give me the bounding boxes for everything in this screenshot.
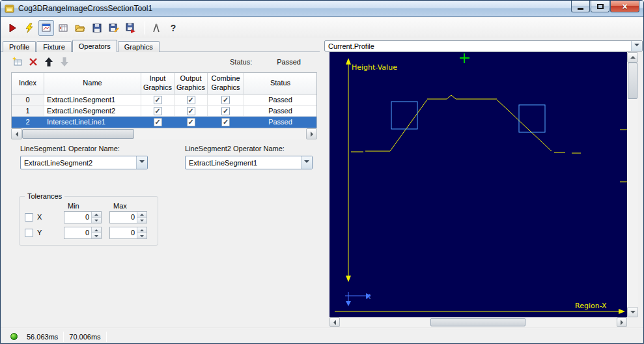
move-up-button[interactable] [42, 55, 55, 68]
max-label: Max [113, 202, 127, 210]
chevron-down-icon[interactable] [136, 156, 147, 169]
spin-up-icon[interactable] [137, 227, 147, 233]
y-max-value: 0 [110, 227, 137, 238]
scroll-left-button[interactable] [329, 317, 340, 327]
display-horizontal-scrollbar[interactable] [329, 317, 627, 327]
column-header-status[interactable]: Status [244, 73, 316, 94]
status-value: Passed [277, 58, 301, 66]
minimize-button[interactable] [571, 1, 590, 12]
move-down-button[interactable] [58, 55, 71, 68]
tab-label: Profile [9, 43, 29, 51]
scrollbar-thumb[interactable] [430, 318, 525, 326]
x-min-value: 0 [64, 212, 91, 223]
spin-up-icon[interactable] [92, 212, 101, 218]
table-row[interactable]: 0 ExtractLineSegment1 Passed [12, 94, 316, 106]
x-max-spin-buttons[interactable] [137, 212, 147, 223]
output-graphics-checkbox[interactable] [187, 107, 195, 115]
delete-operator-button[interactable] [27, 55, 40, 68]
column-header-combine-graphics[interactable]: Combine Graphics [208, 73, 244, 94]
add-operator-button[interactable] [11, 55, 24, 68]
y-max-spinner[interactable]: 0 [109, 227, 147, 239]
status-label: Status: [230, 58, 252, 66]
output-graphics-checkbox[interactable] [187, 96, 195, 104]
y-min-spinner[interactable]: 0 [64, 227, 102, 239]
execution-time: 56.063ms [23, 333, 62, 341]
linesegment1-combo[interactable]: ExtractLineSegment2 [20, 156, 148, 169]
scroll-right-icon [621, 320, 626, 325]
scroll-down-icon [630, 311, 636, 316]
table-row[interactable]: 2 IntersectLineLine1 Passed [12, 117, 316, 128]
titlebar[interactable]: Cog3DRangeImageCrossSectionTool1 × [1, 1, 643, 17]
arrow-down-icon [59, 57, 70, 67]
tab-fixture[interactable]: Fixture [36, 41, 72, 52]
close-button[interactable]: × [610, 1, 639, 12]
combine-graphics-checkbox[interactable] [221, 107, 230, 115]
spin-down-icon[interactable] [92, 218, 101, 223]
record-selector-combo[interactable]: Current.Profile [324, 40, 643, 51]
spin-up-icon[interactable] [92, 227, 101, 233]
chevron-down-icon[interactable] [631, 41, 642, 51]
input-graphics-checkbox[interactable] [154, 96, 162, 104]
x-min-spin-buttons[interactable] [91, 212, 101, 223]
help-button[interactable]: ? [165, 20, 181, 36]
display-vertical-scrollbar[interactable] [627, 52, 638, 317]
scroll-right-button[interactable] [306, 128, 317, 139]
result-graphics-toggle-button[interactable] [38, 20, 54, 36]
tab-graphics[interactable]: Graphics [118, 41, 160, 52]
scroll-down-button[interactable] [627, 307, 638, 317]
x-tolerance-checkbox[interactable] [25, 213, 33, 222]
x-label: X [37, 213, 42, 221]
cell-input-graphics [141, 106, 175, 117]
window-title: Cog3DRangeImageCrossSectionTool1 [18, 4, 152, 13]
cell-combine-graphics [208, 94, 244, 106]
linesegment2-combo[interactable]: ExtractLineSegment1 [185, 156, 313, 169]
record-display-toggle-button[interactable] [55, 20, 71, 36]
save-as-icon [109, 23, 119, 33]
save-button[interactable] [89, 20, 105, 36]
column-header-input-graphics[interactable]: Input Graphics [141, 73, 175, 94]
scroll-up-button[interactable] [627, 52, 638, 63]
chevron-down-icon[interactable] [301, 156, 312, 169]
cell-status: Passed [244, 94, 316, 106]
input-graphics-checkbox[interactable] [154, 107, 162, 115]
scrollbar-thumb[interactable] [22, 129, 134, 139]
export-button[interactable] [123, 20, 139, 36]
caliper-icon [151, 23, 161, 33]
tolerances-groupbox: Tolerances Min Max X 0 0 Y [19, 196, 158, 246]
scroll-left-button[interactable] [11, 128, 22, 139]
column-header-name[interactable]: Name [44, 73, 141, 94]
x-min-spinner[interactable]: 0 [64, 211, 102, 223]
spin-down-icon[interactable] [137, 233, 147, 238]
table-row[interactable]: 1 ExtractLineSegment2 Passed [12, 106, 316, 117]
spin-up-icon[interactable] [137, 212, 147, 218]
tab-label: Graphics [124, 43, 153, 51]
output-graphics-checkbox[interactable] [187, 118, 195, 126]
cell-index: 0 [12, 94, 44, 106]
close-icon: × [622, 2, 627, 11]
spin-down-icon[interactable] [137, 218, 147, 223]
cell-output-graphics [175, 117, 208, 128]
tab-profile[interactable]: Profile [3, 41, 36, 52]
input-graphics-checkbox[interactable] [154, 118, 162, 126]
open-button[interactable] [72, 20, 88, 36]
x-max-spinner[interactable]: 0 [109, 211, 147, 223]
combine-graphics-checkbox[interactable] [221, 96, 230, 104]
column-header-index[interactable]: Index [12, 73, 44, 94]
scrollbar-thumb[interactable] [628, 63, 637, 99]
maximize-button[interactable] [591, 1, 609, 12]
table-horizontal-scrollbar[interactable] [11, 128, 317, 139]
profile-display[interactable]: Height-Value Region-X X [329, 52, 627, 317]
y-min-spin-buttons[interactable] [91, 227, 101, 238]
scroll-right-button[interactable] [617, 317, 627, 327]
save-as-button[interactable] [106, 20, 122, 36]
spin-down-icon[interactable] [92, 233, 101, 238]
trigger-button[interactable] [21, 20, 37, 36]
run-button[interactable] [5, 20, 20, 36]
combine-graphics-checkbox[interactable] [221, 118, 230, 126]
y-tolerance-checkbox[interactable] [25, 229, 33, 237]
tab-operators[interactable]: Operators [72, 40, 117, 52]
measure-button[interactable] [148, 20, 164, 36]
y-max-spin-buttons[interactable] [137, 227, 147, 238]
statusbar-separator [106, 332, 107, 342]
column-header-output-graphics[interactable]: Output Graphics [175, 73, 208, 94]
